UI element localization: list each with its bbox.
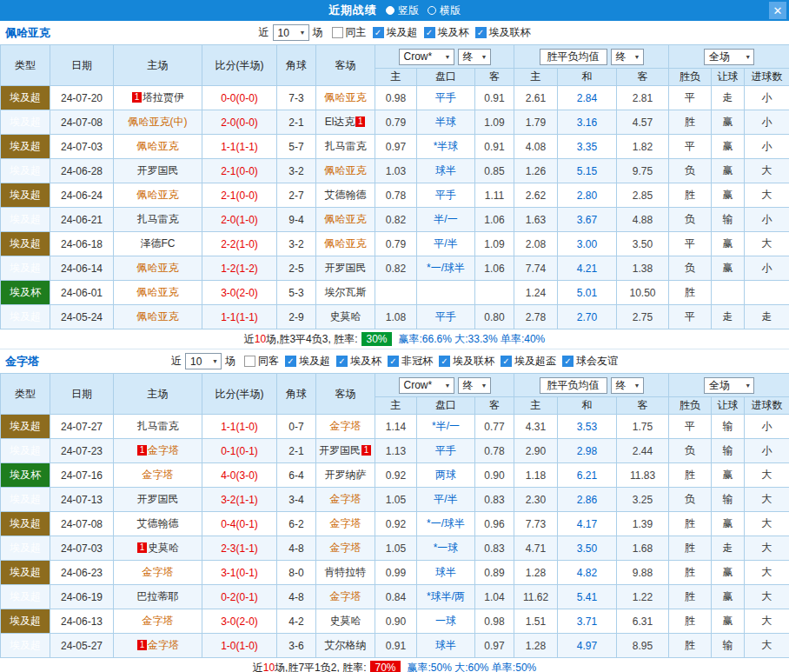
corner-cell: 4-8 bbox=[277, 585, 316, 609]
team-name[interactable]: 开罗国民 bbox=[137, 493, 179, 505]
team-name[interactable]: 开罗国民 bbox=[319, 444, 361, 456]
team-name[interactable]: 扎马雷克 bbox=[137, 213, 179, 225]
date-cell: 24-07-03 bbox=[50, 536, 114, 561]
team-name[interactable]: El达克 bbox=[325, 116, 355, 128]
same-venue-checkbox[interactable]: 同主 bbox=[332, 25, 367, 40]
layout-radio-vertical[interactable]: 竖版 bbox=[386, 3, 419, 18]
team-name[interactable]: 金字塔 bbox=[330, 590, 361, 602]
team-name[interactable]: 史莫哈 bbox=[330, 615, 361, 627]
result-cell: 胜 bbox=[669, 110, 712, 135]
odds-stage-select[interactable]: 终 ▼ bbox=[458, 377, 491, 394]
sub-handicap-result: 让球 bbox=[712, 397, 745, 415]
avg-away-cell: 3.25 bbox=[617, 488, 669, 512]
same-venue-checkbox[interactable]: 同客 bbox=[244, 354, 279, 369]
radio-label: 横版 bbox=[440, 3, 461, 18]
team-name[interactable]: 肯特拉特 bbox=[325, 566, 367, 578]
team-name[interactable]: 开罗国民 bbox=[325, 262, 367, 274]
team-name[interactable]: 佩哈亚克 bbox=[137, 310, 179, 323]
avg-stage-value: 终 bbox=[616, 378, 627, 393]
checkbox-label: 同主 bbox=[346, 25, 367, 40]
scope-select[interactable]: 全场 ▼ bbox=[704, 377, 754, 394]
team-name[interactable]: 扎马雷克 bbox=[137, 420, 179, 432]
team-name[interactable]: 金字塔 bbox=[330, 517, 361, 529]
league-filter-checkbox[interactable]: ✓埃及联杯 bbox=[439, 354, 494, 369]
team-name[interactable]: 佩哈亚克 bbox=[325, 164, 367, 176]
league-filter-checkbox[interactable]: ✓非冠杯 bbox=[388, 354, 433, 369]
match-row: 埃及超24-07-13开罗国民3-2(1-1)3-4金字塔1.05平/半0.83… bbox=[1, 488, 789, 512]
red-card-badge: 1 bbox=[355, 116, 365, 127]
layout-radio-horizontal[interactable]: 横版 bbox=[428, 3, 461, 18]
corner-cell: 2-1 bbox=[277, 110, 316, 135]
team-name[interactable]: 开罗国民 bbox=[137, 164, 179, 176]
team-name[interactable]: 佩哈亚克 bbox=[137, 140, 179, 152]
away-team-cell: 肯特拉特 bbox=[316, 561, 375, 585]
team-name[interactable]: 金字塔 bbox=[143, 469, 174, 481]
home-team-cell: 佩哈亚克 bbox=[114, 135, 202, 159]
avg-home-cell: 2.62 bbox=[514, 183, 558, 208]
recent-count-select[interactable]: 10 ▼ bbox=[273, 24, 309, 41]
avg-away-cell: 10.50 bbox=[617, 281, 669, 305]
team-name[interactable]: 金字塔 bbox=[143, 566, 174, 578]
team-name[interactable]: 佩哈亚克(中) bbox=[129, 116, 188, 128]
avg-away-cell: 9.75 bbox=[617, 159, 669, 183]
team-name[interactable]: 金字塔 bbox=[143, 615, 174, 627]
team-name[interactable]: 史莫哈 bbox=[330, 310, 361, 323]
avg-draw-cell: 6.21 bbox=[558, 463, 617, 488]
close-button[interactable]: ✕ bbox=[769, 2, 786, 19]
league-filter-checkbox[interactable]: ✓埃及超盃 bbox=[501, 354, 556, 369]
avg-stage-value: 终 bbox=[616, 50, 627, 64]
result-cell: 负 bbox=[669, 439, 712, 463]
league-cell: 埃及杯 bbox=[1, 281, 50, 305]
team-section-home: 佩哈亚克 近 10 ▼ 场 同主 ✓埃及超✓埃及杯✓埃及联杯 bbox=[0, 21, 789, 349]
avg-home-cell: 4.31 bbox=[514, 415, 558, 439]
home-odds-cell: 0.91 bbox=[375, 634, 417, 658]
scope-value: 全场 bbox=[709, 378, 730, 393]
handicap-result-cell: 输 bbox=[712, 415, 745, 439]
red-card-badge: 1 bbox=[361, 445, 371, 456]
avg-stage-select[interactable]: 终 ▼ bbox=[611, 49, 644, 65]
team-name[interactable]: 佩哈亚克 bbox=[325, 91, 367, 103]
team-name[interactable]: 塔拉贾伊 bbox=[143, 91, 184, 103]
titlebar: 近期战绩 竖版 横版 ✕ bbox=[0, 0, 789, 21]
team-name[interactable]: 佩哈亚克 bbox=[137, 286, 179, 298]
team-name[interactable]: 佩哈亚克 bbox=[325, 213, 367, 225]
sub-away-odds: 客 bbox=[475, 69, 514, 86]
team-name[interactable]: 金字塔 bbox=[330, 493, 361, 505]
league-filter-checkbox[interactable]: ✓埃及杯 bbox=[336, 354, 381, 369]
team-name[interactable]: 金字塔 bbox=[330, 542, 361, 554]
avg-home-cell: 1.28 bbox=[514, 561, 558, 585]
team-name[interactable]: 巴拉蒂耶 bbox=[137, 590, 179, 602]
league-filter-checkbox[interactable]: ✓埃及超 bbox=[285, 354, 330, 369]
team-name[interactable]: 扎马雷克 bbox=[325, 140, 367, 152]
match-row: 埃及超24-06-13金字塔3-0(2-0)4-2史莫哈0.90一球0.981.… bbox=[1, 609, 789, 634]
bookmaker-select[interactable]: Crow* ▼ bbox=[399, 377, 454, 394]
corner-cell: 8-0 bbox=[277, 561, 316, 585]
summary-bar: 近10场,胜3平4负3, 胜率: 30% 赢率:66.6% 大:33.3% 单率… bbox=[0, 329, 789, 349]
team-name[interactable]: 金字塔 bbox=[330, 420, 361, 432]
team-name[interactable]: 金字塔 bbox=[148, 639, 179, 651]
team-name[interactable]: 艾尔格纳 bbox=[325, 639, 367, 651]
scope-select[interactable]: 全场 ▼ bbox=[704, 49, 754, 65]
league-filter-checkbox[interactable]: ✓埃及超 bbox=[373, 25, 418, 40]
team-name[interactable]: 佩哈亚克 bbox=[325, 237, 367, 250]
league-filter-checkbox[interactable]: ✓埃及杯 bbox=[424, 25, 469, 40]
summary-count: 10 bbox=[255, 333, 266, 345]
bookmaker-select[interactable]: Crow* ▼ bbox=[399, 49, 454, 65]
recent-count-select[interactable]: 10 ▼ bbox=[185, 353, 222, 369]
games-label: 场 bbox=[313, 25, 323, 40]
team-name[interactable]: 佩哈亚克 bbox=[137, 262, 179, 274]
away-team-cell: 金字塔 bbox=[316, 488, 375, 512]
avg-stage-select[interactable]: 终 ▼ bbox=[611, 377, 644, 394]
team-name[interactable]: 佩哈亚克 bbox=[137, 189, 179, 201]
odds-stage-select[interactable]: 终 ▼ bbox=[458, 49, 491, 65]
team-name[interactable]: 艾德翰德 bbox=[137, 517, 179, 529]
match-row: 埃及超24-07-27扎马雷克1-1(1-0)0-7金字塔1.14*半/一0.7… bbox=[1, 415, 789, 439]
team-name[interactable]: 艾德翰德 bbox=[325, 189, 367, 201]
team-name[interactable]: 开罗纳萨 bbox=[325, 469, 367, 481]
team-name[interactable]: 泽德FC bbox=[141, 237, 176, 250]
league-filter-checkbox[interactable]: ✓球会友谊 bbox=[562, 354, 618, 369]
team-name[interactable]: 史莫哈 bbox=[148, 542, 179, 554]
team-name[interactable]: 埃尔瓦斯 bbox=[325, 286, 367, 298]
team-name[interactable]: 金字塔 bbox=[148, 444, 179, 456]
league-filter-checkbox[interactable]: ✓埃及联杯 bbox=[475, 25, 531, 40]
